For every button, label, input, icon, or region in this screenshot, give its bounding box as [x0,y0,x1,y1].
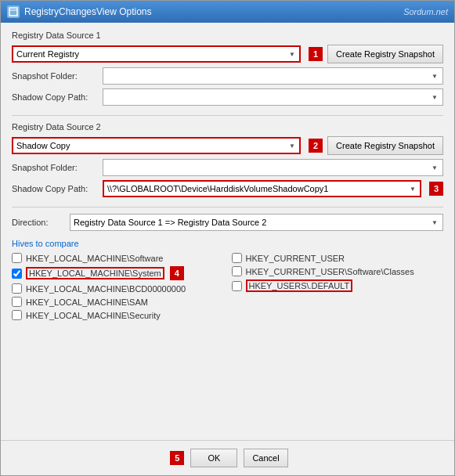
hives-grid: HKEY_LOCAL_MACHINE\Software HKEY_LOCAL_M… [12,253,443,320]
hive-row-current-user-sw: HKEY_CURRENT_USER\Software\Classes [232,266,444,276]
source1-shadow-dropdown[interactable] [103,88,443,106]
window-icon [7,5,20,18]
badge-3: 3 [429,182,443,196]
direction-dropdown[interactable]: Registry Data Source 1 => Registry Data … [70,214,443,231]
hive-cb-system[interactable] [12,269,22,279]
cancel-button[interactable]: Cancel [244,449,287,467]
hive-row-current-user: HKEY_CURRENT_USER [232,253,444,263]
source1-dropdown-wrapper: Current Registry Shadow Copy Snapshot Fo… [12,45,301,63]
direction-label: Direction: [12,218,65,227]
direction-dropdown-wrapper: Registry Data Source 1 => Registry Data … [70,214,443,231]
divider-1 [12,115,443,116]
source1-snapshot-label: Snapshot Folder: [12,71,98,81]
source2-snapshot-label: Snapshot Folder: [12,163,98,172]
hive-row-sam: HKEY_LOCAL_MACHINE\SAM [12,297,224,307]
source1-shadow-wrapper: ▼ [103,88,443,106]
hive-label-system: HKEY_LOCAL_MACHINE\System [26,267,164,279]
window-title: RegistryChangesView Options [24,6,152,17]
hives-title: Hives to compare [12,239,443,248]
hive-label-software: HKEY_LOCAL_MACHINE\Software [26,254,163,263]
source2-label: Registry Data Source 2 [12,122,443,132]
hive-label-bcd: HKEY_LOCAL_MACHINE\BCD00000000 [26,284,186,294]
divider-2 [12,207,443,207]
source1-shadow-row: Shadow Copy Path: ▼ [12,88,443,106]
hive-row-security: HKEY_LOCAL_MACHINE\Security [12,310,224,320]
hive-label-sam: HKEY_LOCAL_MACHINE\SAM [26,298,148,307]
title-bar-left: RegistryChangesView Options [7,5,152,18]
create-snapshot-btn-1[interactable]: Create Registry Snapshot [327,45,443,63]
hive-row-bcd: HKEY_LOCAL_MACHINE\BCD00000000 [12,283,224,294]
dialog-content: Registry Data Source 1 Current Registry … [1,23,454,440]
source1-section: Registry Data Source 1 Current Registry … [12,31,443,106]
main-window: RegistryChangesView Options Sordum.net R… [0,0,455,476]
source1-row: Current Registry Shadow Copy Snapshot Fo… [12,45,443,63]
hive-row-system: HKEY_LOCAL_MACHINE\System 4 [12,266,224,280]
hive-cb-security[interactable] [12,310,22,320]
source2-row: Current Registry Shadow Copy Snapshot Fo… [12,136,443,155]
source2-snapshot-dropdown[interactable] [103,159,443,176]
ok-button[interactable]: OK [190,449,237,467]
source2-dropdown[interactable]: Current Registry Shadow Copy Snapshot Fo… [12,137,301,154]
source1-snapshot-wrapper: ▼ [103,67,443,85]
source1-label: Registry Data Source 1 [12,31,443,40]
hive-row-users-default: HKEY_USERS\.DEFAULT [232,279,444,292]
hive-label-current-user-sw: HKEY_CURRENT_USER\Software\Classes [246,267,414,276]
source2-snapshot-wrapper: ▼ [103,159,443,176]
source1-dropdown[interactable]: Current Registry Shadow Copy Snapshot Fo… [12,45,301,63]
badge-5: 5 [170,451,184,465]
hives-left-col: HKEY_LOCAL_MACHINE\Software HKEY_LOCAL_M… [12,253,224,320]
hive-cb-users-default[interactable] [232,281,242,291]
source2-dropdown-wrapper: Current Registry Shadow Copy Snapshot Fo… [12,137,301,154]
hive-row-software: HKEY_LOCAL_MACHINE\Software [12,253,224,263]
hives-section: Hives to compare HKEY_LOCAL_MACHINE\Soft… [12,239,443,320]
source1-snapshot-folder-row: Snapshot Folder: ▼ [12,67,443,85]
hive-cb-current-user-sw[interactable] [232,266,242,276]
source2-section: Registry Data Source 2 Current Registry … [12,122,443,197]
source2-shadow-row: Shadow Copy Path: \\?\GLOBALROOT\Device\… [12,180,443,197]
badge-2: 2 [309,139,323,153]
source2-shadow-dropdown[interactable]: \\?\GLOBALROOT\Device\HarddiskVolumeShad… [103,180,421,197]
badge-4: 4 [170,266,184,280]
direction-row: Direction: Registry Data Source 1 => Reg… [12,214,443,231]
hive-label-users-default: HKEY_USERS\.DEFAULT [246,279,353,292]
hive-cb-sam[interactable] [12,297,22,307]
hive-cb-software[interactable] [12,253,22,263]
hive-label-current-user: HKEY_CURRENT_USER [246,254,345,263]
source2-shadow-label: Shadow Copy Path: [12,184,98,193]
create-snapshot-btn-2[interactable]: Create Registry Snapshot [327,136,443,155]
hive-label-security: HKEY_LOCAL_MACHINE\Security [26,311,161,320]
hives-right-col: HKEY_CURRENT_USER HKEY_CURRENT_USER\Soft… [232,253,444,320]
title-bar: RegistryChangesView Options Sordum.net [1,1,454,23]
source1-shadow-label: Shadow Copy Path: [12,92,98,102]
badge-1: 1 [309,47,323,61]
svg-rect-0 [9,8,17,16]
hive-cb-current-user[interactable] [232,253,242,263]
bottom-bar: 5 OK Cancel [1,440,454,475]
hive-cb-bcd[interactable] [12,283,22,294]
source2-shadow-path-wrapper: \\?\GLOBALROOT\Device\HarddiskVolumeShad… [103,180,421,197]
source1-snapshot-dropdown[interactable] [103,67,443,85]
source2-snapshot-folder-row: Snapshot Folder: ▼ [12,159,443,176]
brand-label: Sordum.net [403,7,448,16]
